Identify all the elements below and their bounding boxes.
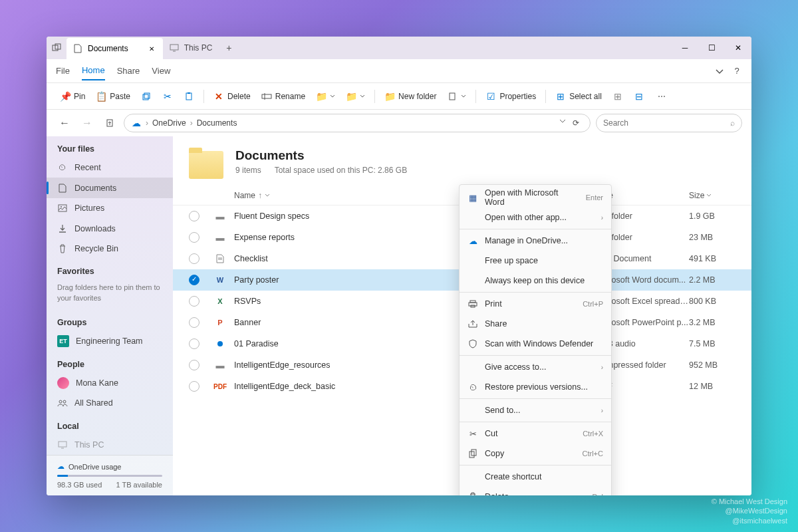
copy-to-button[interactable]: 📁 (342, 88, 369, 104)
chevron-down-icon[interactable] (706, 193, 712, 198)
close-icon[interactable]: ✕ (147, 44, 156, 53)
minimize-button[interactable]: ─ (672, 37, 698, 59)
tab-label: Documents (88, 44, 128, 53)
breadcrumb-root[interactable]: OneDrive (152, 118, 186, 128)
properties-button[interactable]: ☑Properties (481, 88, 540, 104)
back-button[interactable]: ← (56, 114, 73, 132)
ctx-free-up[interactable]: Free up space (460, 251, 611, 271)
copy-path-button[interactable] (180, 88, 198, 104)
ctx-scan[interactable]: Scan with Windows Defender (460, 334, 611, 354)
row-checkbox[interactable] (189, 253, 200, 264)
sidebar-item-person[interactable]: Mona Kane (47, 373, 173, 393)
folder-icon (189, 151, 223, 179)
file-size: 491 KB (689, 254, 735, 263)
file-size: 7.5 MB (689, 339, 735, 348)
collapse-ribbon-icon[interactable] (714, 66, 725, 76)
invert-icon: ⊟ (634, 91, 644, 102)
file-explorer-window: Documents ✕ This PC + ─ ☐ ✕ File Home Sh… (47, 37, 751, 495)
rename-button[interactable]: Rename (257, 88, 309, 104)
forward-button[interactable]: → (78, 114, 96, 132)
row-checkbox[interactable] (189, 317, 200, 328)
new-folder-button[interactable]: 📁New folder (380, 88, 440, 104)
maximize-button[interactable]: ☐ (698, 37, 725, 59)
section-your-files: Your files (47, 136, 173, 158)
more-button[interactable]: ⋯ (654, 89, 671, 104)
invert-selection-button[interactable]: ⊟ (630, 88, 648, 104)
onedrive-icon: ☁ (467, 235, 478, 246)
sidebar-item-downloads[interactable]: Downloads (47, 218, 173, 238)
ctx-give-access[interactable]: Give access to...› (460, 357, 611, 377)
new-tab-button[interactable]: + (219, 43, 239, 53)
close-button[interactable]: ✕ (725, 37, 751, 59)
breadcrumb[interactable]: ☁ › OneDrive › Documents ⟳ (124, 114, 591, 132)
sidebar-item-recent[interactable]: ⏲Recent (47, 158, 173, 178)
copy-button[interactable] (137, 88, 156, 104)
tab-actions-icon[interactable] (47, 43, 66, 53)
sidebar-item-allshared[interactable]: All Shared (47, 393, 173, 413)
row-checkbox[interactable] (189, 296, 200, 307)
chevron-down-icon[interactable] (559, 118, 566, 128)
sidebar-item-thispc[interactable]: This PC (47, 435, 173, 455)
new-item-button[interactable] (443, 88, 470, 104)
row-checkbox[interactable] (189, 232, 200, 243)
sidebar-item-engteam[interactable]: ETEngineering Team (47, 331, 173, 351)
pin-button[interactable]: 📌Pin (56, 88, 89, 104)
ctx-open-other[interactable]: Open with other app...› (460, 207, 611, 227)
shield-icon (467, 338, 478, 349)
ctx-copy[interactable]: CopyCtrl+C (460, 444, 611, 464)
page-title: Documents (235, 148, 407, 163)
select-none-button[interactable]: ⊞ (608, 88, 627, 104)
ctx-open-word[interactable]: ▦Open with Microsoft WordEnter (460, 188, 611, 207)
tab-this-pc[interactable]: This PC (163, 37, 219, 59)
ctx-always-keep[interactable]: Always keep on this device (460, 271, 611, 291)
menu-share[interactable]: Share (117, 62, 140, 80)
cut-button[interactable]: ✂ (158, 88, 177, 104)
file-size: 3.2 MB (689, 318, 735, 327)
col-size-header[interactable]: Size (689, 191, 735, 200)
file-size: 800 KB (689, 297, 735, 306)
select-all-button[interactable]: ⊞Select all (551, 88, 606, 104)
properties-icon: ☑ (485, 91, 496, 102)
row-checkbox[interactable] (189, 338, 200, 349)
sidebar-item-recyclebin[interactable]: Recycle Bin (47, 239, 173, 259)
ctx-restore[interactable]: ⏲Restore previous versions... (460, 377, 611, 397)
row-checkbox[interactable] (189, 360, 200, 370)
col-name-header[interactable]: Name ↑ (234, 191, 476, 200)
row-checkbox[interactable] (189, 275, 200, 285)
row-checkbox[interactable] (189, 211, 200, 221)
ctx-delete[interactable]: DeleteDel (460, 487, 611, 495)
up-button[interactable] (101, 114, 118, 132)
menu-home[interactable]: Home (82, 61, 105, 80)
ctx-share[interactable]: Share (460, 314, 611, 334)
ctx-print[interactable]: PrintCtrl+P (460, 294, 611, 314)
sort-asc-icon: ↑ (258, 191, 262, 200)
ctx-manage-onedrive[interactable]: ☁Manage in OneDrive... (460, 231, 611, 251)
move-to-button[interactable]: 📁 (312, 88, 339, 104)
menu-file[interactable]: File (56, 62, 70, 80)
search-box[interactable]: ⌕ (596, 114, 742, 132)
cut-icon: ✂ (467, 428, 478, 439)
paste-button[interactable]: 📋Paste (92, 88, 134, 104)
item-count: 9 items (235, 166, 261, 175)
help-icon[interactable]: ? (732, 66, 742, 76)
refresh-icon[interactable]: ⟳ (573, 118, 579, 128)
chevron-down-icon[interactable] (265, 193, 270, 198)
share-icon (467, 319, 478, 329)
search-icon[interactable]: ⌕ (730, 118, 735, 128)
breadcrumb-folder[interactable]: Documents (197, 118, 237, 128)
context-menu: ▦Open with Microsoft WordEnter Open with… (459, 184, 612, 495)
sidebar-item-pictures[interactable]: Pictures (47, 198, 173, 218)
menu-view[interactable]: View (152, 62, 170, 80)
addressbar: ← → ☁ › OneDrive › Documents ⟳ ⌕ (47, 110, 751, 136)
separator (460, 422, 611, 422)
tab-documents[interactable]: Documents ✕ (66, 38, 163, 59)
row-checkbox[interactable] (189, 381, 200, 392)
ctx-cut[interactable]: ✂CutCtrl+X (460, 424, 611, 444)
ctx-send-to[interactable]: Send to...› (460, 400, 611, 420)
ctx-create-shortcut[interactable]: Create shortcut (460, 467, 611, 487)
delete-button[interactable]: ✕Delete (209, 88, 255, 104)
search-input[interactable] (603, 118, 730, 128)
file-type-icon: W (214, 274, 226, 286)
sidebar-item-documents[interactable]: Documents (47, 178, 173, 198)
download-icon (57, 223, 68, 234)
